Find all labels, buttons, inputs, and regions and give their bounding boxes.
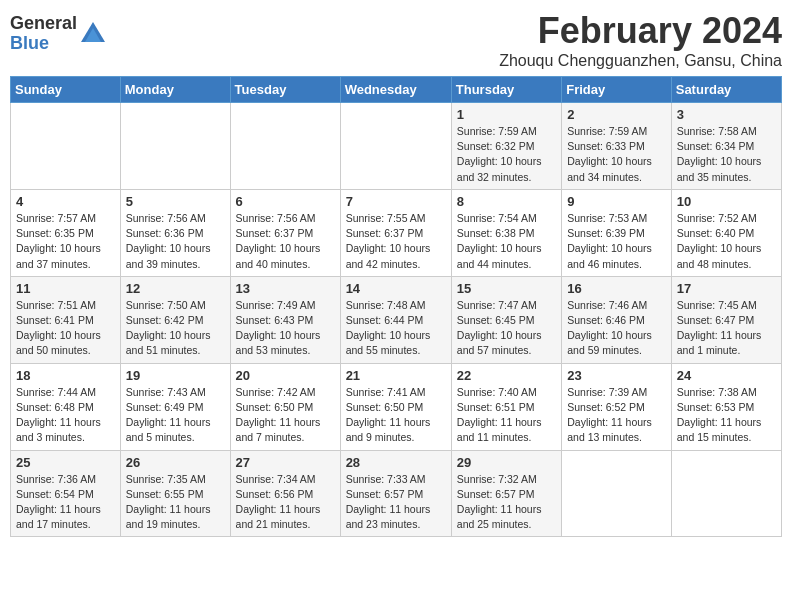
day-number: 8 bbox=[457, 194, 556, 209]
calendar-cell: 18Sunrise: 7:44 AM Sunset: 6:48 PM Dayli… bbox=[11, 363, 121, 450]
day-info: Sunrise: 7:49 AM Sunset: 6:43 PM Dayligh… bbox=[236, 298, 335, 359]
location-title: Zhouqu Chengguanzhen, Gansu, China bbox=[499, 52, 782, 70]
day-info: Sunrise: 7:48 AM Sunset: 6:44 PM Dayligh… bbox=[346, 298, 446, 359]
calendar-table: SundayMondayTuesdayWednesdayThursdayFrid… bbox=[10, 76, 782, 537]
calendar-cell: 2Sunrise: 7:59 AM Sunset: 6:33 PM Daylig… bbox=[562, 103, 672, 190]
day-info: Sunrise: 7:59 AM Sunset: 6:32 PM Dayligh… bbox=[457, 124, 556, 185]
day-number: 29 bbox=[457, 455, 556, 470]
logo-blue-text: Blue bbox=[10, 34, 77, 54]
header: General Blue February 2024 Zhouqu Chengg… bbox=[10, 10, 782, 70]
calendar-week-4: 18Sunrise: 7:44 AM Sunset: 6:48 PM Dayli… bbox=[11, 363, 782, 450]
day-number: 16 bbox=[567, 281, 666, 296]
day-info: Sunrise: 7:40 AM Sunset: 6:51 PM Dayligh… bbox=[457, 385, 556, 446]
day-number: 6 bbox=[236, 194, 335, 209]
day-info: Sunrise: 7:44 AM Sunset: 6:48 PM Dayligh… bbox=[16, 385, 115, 446]
day-number: 25 bbox=[16, 455, 115, 470]
weekday-header-wednesday: Wednesday bbox=[340, 77, 451, 103]
weekday-header-tuesday: Tuesday bbox=[230, 77, 340, 103]
day-number: 23 bbox=[567, 368, 666, 383]
day-number: 12 bbox=[126, 281, 225, 296]
calendar-cell: 19Sunrise: 7:43 AM Sunset: 6:49 PM Dayli… bbox=[120, 363, 230, 450]
day-number: 24 bbox=[677, 368, 776, 383]
weekday-header-friday: Friday bbox=[562, 77, 672, 103]
day-info: Sunrise: 7:41 AM Sunset: 6:50 PM Dayligh… bbox=[346, 385, 446, 446]
day-number: 27 bbox=[236, 455, 335, 470]
day-info: Sunrise: 7:35 AM Sunset: 6:55 PM Dayligh… bbox=[126, 472, 225, 533]
calendar-cell: 16Sunrise: 7:46 AM Sunset: 6:46 PM Dayli… bbox=[562, 276, 672, 363]
day-info: Sunrise: 7:54 AM Sunset: 6:38 PM Dayligh… bbox=[457, 211, 556, 272]
weekday-header-thursday: Thursday bbox=[451, 77, 561, 103]
day-info: Sunrise: 7:39 AM Sunset: 6:52 PM Dayligh… bbox=[567, 385, 666, 446]
day-number: 15 bbox=[457, 281, 556, 296]
calendar-cell: 7Sunrise: 7:55 AM Sunset: 6:37 PM Daylig… bbox=[340, 189, 451, 276]
day-info: Sunrise: 7:32 AM Sunset: 6:57 PM Dayligh… bbox=[457, 472, 556, 533]
day-number: 2 bbox=[567, 107, 666, 122]
calendar-cell: 5Sunrise: 7:56 AM Sunset: 6:36 PM Daylig… bbox=[120, 189, 230, 276]
calendar-cell: 12Sunrise: 7:50 AM Sunset: 6:42 PM Dayli… bbox=[120, 276, 230, 363]
calendar-cell: 13Sunrise: 7:49 AM Sunset: 6:43 PM Dayli… bbox=[230, 276, 340, 363]
weekday-header-saturday: Saturday bbox=[671, 77, 781, 103]
day-info: Sunrise: 7:46 AM Sunset: 6:46 PM Dayligh… bbox=[567, 298, 666, 359]
day-number: 5 bbox=[126, 194, 225, 209]
day-number: 14 bbox=[346, 281, 446, 296]
day-number: 17 bbox=[677, 281, 776, 296]
day-info: Sunrise: 7:53 AM Sunset: 6:39 PM Dayligh… bbox=[567, 211, 666, 272]
weekday-header-sunday: Sunday bbox=[11, 77, 121, 103]
calendar-cell: 25Sunrise: 7:36 AM Sunset: 6:54 PM Dayli… bbox=[11, 450, 121, 537]
calendar-cell: 20Sunrise: 7:42 AM Sunset: 6:50 PM Dayli… bbox=[230, 363, 340, 450]
calendar-cell: 27Sunrise: 7:34 AM Sunset: 6:56 PM Dayli… bbox=[230, 450, 340, 537]
calendar-cell: 28Sunrise: 7:33 AM Sunset: 6:57 PM Dayli… bbox=[340, 450, 451, 537]
calendar-cell: 8Sunrise: 7:54 AM Sunset: 6:38 PM Daylig… bbox=[451, 189, 561, 276]
day-number: 18 bbox=[16, 368, 115, 383]
calendar-cell: 17Sunrise: 7:45 AM Sunset: 6:47 PM Dayli… bbox=[671, 276, 781, 363]
day-info: Sunrise: 7:59 AM Sunset: 6:33 PM Dayligh… bbox=[567, 124, 666, 185]
calendar-cell: 23Sunrise: 7:39 AM Sunset: 6:52 PM Dayli… bbox=[562, 363, 672, 450]
calendar-cell bbox=[230, 103, 340, 190]
day-info: Sunrise: 7:47 AM Sunset: 6:45 PM Dayligh… bbox=[457, 298, 556, 359]
calendar-cell: 3Sunrise: 7:58 AM Sunset: 6:34 PM Daylig… bbox=[671, 103, 781, 190]
calendar-cell: 6Sunrise: 7:56 AM Sunset: 6:37 PM Daylig… bbox=[230, 189, 340, 276]
day-info: Sunrise: 7:51 AM Sunset: 6:41 PM Dayligh… bbox=[16, 298, 115, 359]
day-info: Sunrise: 7:36 AM Sunset: 6:54 PM Dayligh… bbox=[16, 472, 115, 533]
day-number: 21 bbox=[346, 368, 446, 383]
day-info: Sunrise: 7:56 AM Sunset: 6:36 PM Dayligh… bbox=[126, 211, 225, 272]
calendar-week-1: 1Sunrise: 7:59 AM Sunset: 6:32 PM Daylig… bbox=[11, 103, 782, 190]
calendar-cell: 22Sunrise: 7:40 AM Sunset: 6:51 PM Dayli… bbox=[451, 363, 561, 450]
calendar-cell: 24Sunrise: 7:38 AM Sunset: 6:53 PM Dayli… bbox=[671, 363, 781, 450]
day-info: Sunrise: 7:52 AM Sunset: 6:40 PM Dayligh… bbox=[677, 211, 776, 272]
day-info: Sunrise: 7:57 AM Sunset: 6:35 PM Dayligh… bbox=[16, 211, 115, 272]
day-info: Sunrise: 7:58 AM Sunset: 6:34 PM Dayligh… bbox=[677, 124, 776, 185]
logo-general-text: General bbox=[10, 14, 77, 34]
calendar-cell: 29Sunrise: 7:32 AM Sunset: 6:57 PM Dayli… bbox=[451, 450, 561, 537]
day-number: 26 bbox=[126, 455, 225, 470]
day-info: Sunrise: 7:43 AM Sunset: 6:49 PM Dayligh… bbox=[126, 385, 225, 446]
day-info: Sunrise: 7:50 AM Sunset: 6:42 PM Dayligh… bbox=[126, 298, 225, 359]
day-number: 22 bbox=[457, 368, 556, 383]
day-number: 13 bbox=[236, 281, 335, 296]
calendar-week-2: 4Sunrise: 7:57 AM Sunset: 6:35 PM Daylig… bbox=[11, 189, 782, 276]
calendar-cell bbox=[562, 450, 672, 537]
day-info: Sunrise: 7:45 AM Sunset: 6:47 PM Dayligh… bbox=[677, 298, 776, 359]
calendar-cell: 26Sunrise: 7:35 AM Sunset: 6:55 PM Dayli… bbox=[120, 450, 230, 537]
calendar-cell: 1Sunrise: 7:59 AM Sunset: 6:32 PM Daylig… bbox=[451, 103, 561, 190]
day-number: 11 bbox=[16, 281, 115, 296]
day-number: 10 bbox=[677, 194, 776, 209]
calendar-cell bbox=[120, 103, 230, 190]
calendar-cell bbox=[340, 103, 451, 190]
day-info: Sunrise: 7:42 AM Sunset: 6:50 PM Dayligh… bbox=[236, 385, 335, 446]
calendar-cell: 11Sunrise: 7:51 AM Sunset: 6:41 PM Dayli… bbox=[11, 276, 121, 363]
day-number: 9 bbox=[567, 194, 666, 209]
calendar-cell bbox=[671, 450, 781, 537]
calendar-cell: 9Sunrise: 7:53 AM Sunset: 6:39 PM Daylig… bbox=[562, 189, 672, 276]
calendar-cell: 4Sunrise: 7:57 AM Sunset: 6:35 PM Daylig… bbox=[11, 189, 121, 276]
day-info: Sunrise: 7:56 AM Sunset: 6:37 PM Dayligh… bbox=[236, 211, 335, 272]
day-number: 7 bbox=[346, 194, 446, 209]
calendar-cell: 10Sunrise: 7:52 AM Sunset: 6:40 PM Dayli… bbox=[671, 189, 781, 276]
calendar-week-3: 11Sunrise: 7:51 AM Sunset: 6:41 PM Dayli… bbox=[11, 276, 782, 363]
day-info: Sunrise: 7:55 AM Sunset: 6:37 PM Dayligh… bbox=[346, 211, 446, 272]
logo-icon bbox=[79, 20, 107, 48]
logo: General Blue bbox=[10, 14, 107, 54]
title-section: February 2024 Zhouqu Chengguanzhen, Gans… bbox=[499, 10, 782, 70]
calendar-week-5: 25Sunrise: 7:36 AM Sunset: 6:54 PM Dayli… bbox=[11, 450, 782, 537]
calendar-cell: 14Sunrise: 7:48 AM Sunset: 6:44 PM Dayli… bbox=[340, 276, 451, 363]
